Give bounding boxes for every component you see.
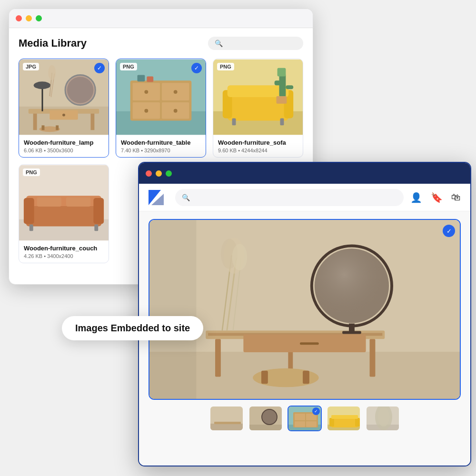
svg-rect-68	[342, 331, 361, 334]
svg-rect-36	[232, 119, 236, 126]
tooltip-label: Images Embedded to site	[75, 323, 190, 333]
media-item-couch-image: PNG	[19, 165, 109, 241]
svg-rect-78	[149, 220, 196, 399]
media-item-lamp-meta: 6.06 KB • 3500x3600	[24, 148, 104, 153]
site-nav-icons: 👤 🔖 🛍	[410, 192, 461, 203]
format-badge-lamp: JPG	[23, 63, 39, 70]
svg-point-6	[62, 114, 65, 117]
media-item-lamp-image: JPG ✓	[19, 59, 109, 135]
thumbnail-sofa[interactable]	[327, 406, 361, 431]
svg-rect-98	[331, 415, 358, 419]
svg-rect-13	[56, 125, 59, 130]
selected-check-lamp: ✓	[94, 63, 105, 73]
site-thumbnails: ✓	[149, 406, 461, 431]
svg-rect-63	[300, 342, 319, 345]
media-item-couch-info: Wooden-furniture_couch 4.26 KB • 3400x24…	[19, 241, 109, 263]
site-navigation: 🔍 👤 🔖 🛍	[139, 184, 470, 211]
svg-rect-89	[295, 414, 305, 420]
site-preview-window: 🔍 👤 🔖 🛍 ✓	[138, 162, 471, 466]
svg-rect-48	[93, 198, 104, 224]
media-library-titlebar	[9, 9, 313, 28]
svg-point-16	[48, 65, 56, 80]
format-badge-couch: PNG	[23, 169, 40, 176]
thumb-lamp-svg	[210, 407, 244, 431]
svg-rect-41	[278, 68, 286, 77]
media-item-lamp-name: Wooden-furniture_lamp	[24, 139, 104, 146]
svg-point-27	[174, 109, 178, 113]
svg-rect-42	[277, 96, 287, 104]
maximize-button-ml[interactable]	[36, 15, 42, 21]
media-library-search[interactable]: 🔍	[208, 37, 303, 50]
svg-rect-59	[215, 339, 221, 377]
search-icon: 🔍	[215, 40, 223, 47]
close-button-ml[interactable]	[16, 15, 22, 21]
thumb-sofa-svg	[327, 407, 361, 431]
format-badge-table: PNG	[120, 63, 137, 70]
bookmark-icon[interactable]: 🔖	[431, 192, 443, 203]
close-button-site[interactable]	[146, 170, 152, 177]
media-item-table[interactable]: PNG ✓	[116, 59, 206, 158]
site-search-bar[interactable]: 🔍	[175, 189, 404, 206]
user-icon[interactable]: 👤	[410, 192, 422, 203]
svg-rect-37	[280, 119, 284, 126]
couch-scene-svg	[19, 165, 109, 241]
minimize-button-site[interactable]	[156, 170, 162, 177]
svg-rect-39	[275, 80, 284, 85]
media-item-lamp[interactable]: JPG ✓	[19, 59, 109, 158]
svg-rect-47	[24, 198, 34, 224]
svg-rect-4	[90, 114, 94, 130]
svg-rect-29	[147, 76, 153, 82]
format-badge-sofa: PNG	[217, 63, 234, 70]
svg-rect-40	[286, 85, 293, 89]
selected-check-table: ✓	[191, 63, 202, 73]
svg-rect-60	[370, 339, 376, 377]
site-preview-titlebar	[139, 163, 470, 184]
minimize-button-ml[interactable]	[26, 15, 32, 21]
thumbnail-mirror[interactable]	[248, 406, 283, 431]
thumbnail-plant[interactable]	[366, 406, 400, 431]
svg-rect-77	[303, 371, 309, 384]
thumbnail-table[interactable]: ✓	[288, 406, 322, 431]
svg-point-66	[315, 248, 389, 323]
media-item-table-meta: 7.40 KB • 3290x8970	[121, 148, 201, 153]
media-item-table-info: Wooden-furniture_table 7.40 KB • 3290x89…	[116, 135, 206, 157]
svg-rect-50	[66, 197, 90, 207]
site-hero-image: ✓	[149, 219, 461, 400]
site-logo	[149, 190, 164, 205]
media-item-table-image: PNG ✓	[116, 59, 206, 135]
hero-scene-svg	[149, 220, 460, 399]
svg-rect-9	[41, 85, 43, 111]
sofa-scene-svg	[213, 59, 303, 135]
thumb-check-table: ✓	[312, 407, 320, 415]
maximize-button-site[interactable]	[166, 170, 172, 177]
svg-point-24	[144, 90, 148, 94]
media-library-header: Media Library 🔍	[19, 37, 303, 50]
svg-rect-3	[33, 114, 37, 130]
thumb-plant-svg	[367, 407, 400, 431]
media-item-couch[interactable]: PNG	[19, 164, 109, 263]
svg-rect-92	[306, 421, 317, 427]
media-item-couch-name: Wooden-furniture_couch	[24, 245, 104, 252]
svg-rect-81	[214, 422, 241, 424]
svg-rect-12	[41, 125, 44, 130]
svg-point-26	[144, 109, 148, 113]
media-item-sofa-info: Wooden-furniture_sofa 9.60 KB • 4244x824…	[213, 135, 303, 157]
svg-point-25	[174, 90, 178, 94]
svg-point-85	[262, 409, 277, 425]
svg-rect-96	[329, 418, 334, 426]
media-item-lamp-info: Wooden-furniture_lamp 6.06 KB • 3500x360…	[19, 135, 109, 157]
svg-rect-76	[261, 371, 268, 384]
media-item-sofa[interactable]: PNG	[213, 59, 303, 158]
media-item-sofa-name: Wooden-furniture_sofa	[218, 139, 298, 146]
bag-icon[interactable]: 🛍	[451, 192, 461, 203]
svg-rect-28	[138, 75, 145, 81]
thumb-mirror-svg	[249, 407, 283, 431]
images-embedded-tooltip: Images Embedded to site	[62, 316, 203, 340]
search-icon-site: 🔍	[182, 194, 190, 201]
media-item-sofa-meta: 9.60 KB • 4244x8244	[218, 148, 298, 153]
svg-rect-49	[37, 197, 61, 207]
media-library-grid-row1: JPG ✓	[19, 59, 303, 158]
svg-point-8	[67, 77, 93, 103]
hero-selected-check: ✓	[443, 225, 455, 237]
thumbnail-lamp[interactable]	[209, 406, 244, 431]
